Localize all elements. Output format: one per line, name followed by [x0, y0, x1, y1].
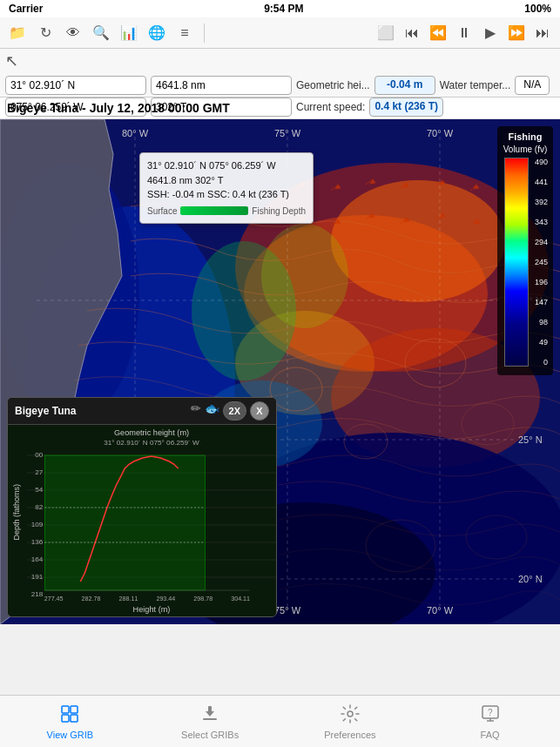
map-popup: 31° 02.910´ N 075° 06.259´ W 4641.8 nm 3… [139, 152, 314, 224]
svg-text:218: 218 [31, 590, 44, 598]
search-zoom-icon[interactable]: 🔍 [91, 23, 111, 44]
legend-tick-4: 294 [535, 238, 548, 246]
legend-title: Fishing [501, 131, 550, 143]
svg-text:164: 164 [31, 555, 44, 563]
chart-icon[interactable]: 📊 [118, 23, 139, 44]
close-panel-button[interactable]: X [250, 401, 269, 421]
svg-text:27: 27 [35, 468, 44, 476]
toolbar-separator [204, 24, 205, 43]
legend-tick-7: 147 [535, 298, 548, 306]
svg-text:?: ? [488, 708, 493, 717]
tab-preferences-label: Preferences [324, 730, 375, 740]
svg-point-13 [261, 224, 348, 328]
legend-tick-10: 0 [535, 358, 548, 367]
download-icon [199, 703, 220, 728]
color-legend: Fishing Volume (fv) 490 441 392 343 294 … [497, 126, 553, 375]
folder-icon[interactable]: 📁 [7, 23, 28, 44]
edit-icon[interactable]: ✏ [191, 401, 201, 421]
gear-icon [340, 703, 361, 728]
play-icon[interactable]: ▶ [480, 23, 501, 44]
popup-line3: SSH: -0.04 m SSC: 0.4 kt (236 T) [147, 187, 306, 202]
cursor-icon: ↖ [5, 51, 18, 71]
water-value: N/A [515, 76, 550, 95]
svg-rect-97 [62, 715, 69, 722]
legend-tick-9: 49 [535, 338, 548, 347]
rewind-icon[interactable]: ⏪ [428, 23, 449, 44]
skip-forward-icon[interactable]: ⏭ [532, 23, 553, 44]
coord-bar: ↖ Geometric hei... -0.04 m Water temper.… [0, 49, 560, 98]
tab-faq[interactable]: ? FAQ [420, 696, 560, 747]
svg-text:282.78: 282.78 [82, 596, 101, 602]
svg-text:25° N: 25° N [518, 434, 543, 445]
tab-bar: View GRIB Select GRIBs Preferences [0, 695, 560, 747]
dist-input[interactable] [151, 76, 292, 95]
tab-select-gribs[interactable]: Select GRIBs [140, 696, 280, 747]
depth-bar-track [180, 206, 248, 215]
svg-text:00: 00 [35, 451, 44, 459]
legend-tick-0: 490 [535, 158, 548, 166]
svg-text:31° 02.910´ N  075° 06.259´ W: 31° 02.910´ N 075° 06.259´ W [104, 439, 199, 447]
color-bar [504, 158, 529, 367]
svg-rect-101 [208, 706, 212, 712]
sub-chart: Depth (fathoms) Geometric height (m) 31°… [8, 425, 276, 616]
lat-input[interactable] [5, 76, 146, 95]
refresh-icon[interactable]: ↻ [35, 23, 56, 44]
svg-text:304.11: 304.11 [231, 596, 250, 602]
eye-icon[interactable]: 👁 [63, 23, 84, 44]
share-icon[interactable]: ⬜ [375, 23, 396, 44]
svg-text:191: 191 [31, 573, 44, 581]
legend-unit: Volume (fv) [501, 145, 550, 154]
sub-panel: Bigeye Tuna ✏ 🐟 2X X Depth (fathoms) Geo… [7, 397, 277, 617]
svg-rect-98 [71, 715, 78, 722]
toolbar-right: ⬜ ⏮ ⏪ ⏸ ▶ ⏩ ⏭ [375, 23, 553, 44]
svg-rect-95 [62, 706, 69, 713]
svg-rect-99 [203, 718, 217, 720]
svg-text:75° W: 75° W [274, 605, 301, 616]
svg-text:20° N: 20° N [518, 574, 543, 584]
menu-icon[interactable]: ≡ [174, 23, 195, 44]
svg-text:109: 109 [31, 521, 44, 528]
legend-tick-5: 245 [535, 258, 548, 266]
svg-text:288.11: 288.11 [119, 596, 138, 602]
status-bar: Carrier 9:54 PM 100% [0, 0, 560, 17]
svg-text:277.45: 277.45 [44, 596, 64, 602]
legend-tick-1: 441 [535, 178, 548, 186]
globe-icon[interactable]: 🌐 [146, 23, 167, 44]
pause-icon[interactable]: ⏸ [454, 23, 475, 44]
current-value: 0.4 kt (236 T) [369, 98, 443, 117]
tab-view-grib[interactable]: View GRIB [0, 696, 140, 747]
sub-panel-title: Bigeye Tuna [15, 405, 76, 417]
popup-line2: 4641.8 nm 302° T [147, 173, 306, 188]
svg-text:293.44: 293.44 [156, 596, 175, 602]
legend-tick-8: 98 [535, 318, 548, 326]
current-label: Current speed: [296, 101, 365, 113]
tab-faq-label: FAQ [481, 730, 500, 740]
battery-label: 100% [524, 3, 551, 15]
popup-surface-label: Surface [147, 205, 177, 218]
y-axis-label: Depth (fathoms) [12, 484, 21, 541]
legend-tick-2: 392 [535, 198, 548, 206]
svg-text:70° W: 70° W [427, 128, 454, 138]
tab-view-grib-label: View GRIB [47, 730, 94, 740]
tab-select-gribs-label: Select GRIBs [181, 730, 239, 740]
chart-svg: Geometric height (m) 31° 02.910´ N 075° … [27, 425, 276, 616]
svg-text:80° W: 80° W [122, 128, 149, 138]
fast-forward-icon[interactable]: ⏩ [506, 23, 527, 44]
svg-text:54: 54 [35, 486, 44, 494]
legend-tick-3: 343 [535, 218, 548, 226]
question-icon: ? [480, 703, 501, 728]
water-label: Water temper... [440, 79, 511, 91]
svg-rect-83 [44, 455, 205, 590]
map-container[interactable]: 80° W 75° W 70° W 75° W 70° W 30° N 25° … [0, 119, 560, 624]
svg-text:Height  (m): Height (m) [133, 605, 171, 614]
svg-text:70° W: 70° W [427, 605, 454, 616]
svg-text:Geometric height  (m): Geometric height (m) [114, 428, 189, 437]
2x-button[interactable]: 2X [223, 401, 246, 421]
svg-text:82: 82 [35, 503, 44, 511]
popup-line1: 31° 02.910´ N 075° 06.259´ W [147, 158, 306, 173]
skip-back-icon[interactable]: ⏮ [401, 23, 422, 44]
fish-icon[interactable]: 🐟 [205, 401, 219, 421]
grid-icon [59, 703, 80, 728]
tab-preferences[interactable]: Preferences [280, 696, 421, 747]
svg-text:136: 136 [31, 538, 44, 546]
